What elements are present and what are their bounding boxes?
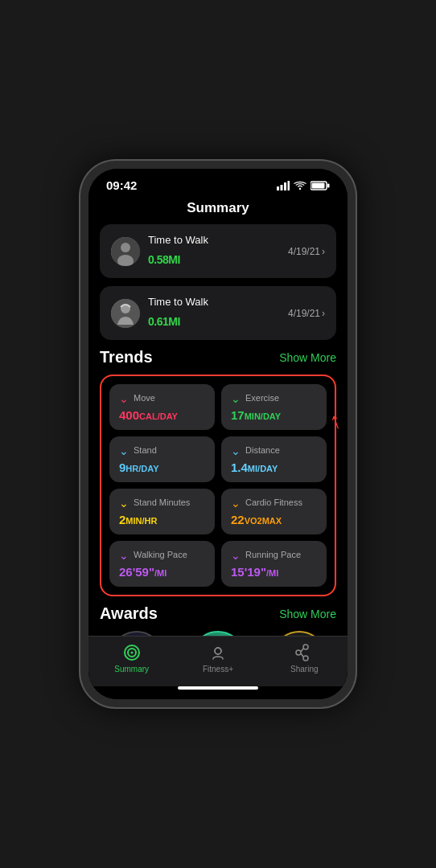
svg-point-33 xyxy=(130,652,133,654)
card-info-1: Time to Walk 0.58MI xyxy=(148,234,280,268)
tab-summary-label: Summary xyxy=(114,665,149,674)
svg-point-4 xyxy=(299,187,301,189)
exercise-value: 17MIN/DAY xyxy=(231,408,317,422)
notch xyxy=(170,169,266,188)
card-title-2: Time to Walk xyxy=(148,296,280,308)
fitness-plus-tab-icon xyxy=(208,643,228,662)
time-to-walk-card-1[interactable]: Time to Walk 0.58MI 4/19/21 › xyxy=(100,224,336,278)
svg-rect-6 xyxy=(327,183,330,187)
trend-move[interactable]: ⌄ Move 400CAL/DAY xyxy=(109,384,215,430)
wifi-icon xyxy=(294,181,306,190)
walking-pace-label: Walking Pace xyxy=(134,550,187,559)
svg-line-37 xyxy=(301,653,303,657)
svg-rect-7 xyxy=(312,182,325,188)
sharing-tab-icon xyxy=(294,643,314,662)
awards-title: Awards xyxy=(100,604,158,623)
awards-section-header: Awards Show More xyxy=(100,604,336,623)
status-icons xyxy=(277,181,330,190)
trend-exercise[interactable]: ⌄ Exercise 17MIN/DAY xyxy=(221,384,327,430)
avatar-1 xyxy=(111,237,140,266)
card-info-2: Time to Walk 0.61MI xyxy=(148,296,280,330)
distance-label: Distance xyxy=(245,445,280,455)
trend-stand[interactable]: ⌄ Stand 9HR/DAY xyxy=(109,436,215,482)
move-arrow-icon: ⌄ xyxy=(119,392,129,405)
cardio-value: 22VO2MAX xyxy=(231,513,317,526)
card-value-2: 0.61MI xyxy=(148,309,280,330)
stand-minutes-label: Stand Minutes xyxy=(134,497,190,507)
exercise-label: Exercise xyxy=(245,393,279,403)
red-arrow-annotation: ↑ xyxy=(326,407,345,436)
cardio-arrow-icon: ⌄ xyxy=(231,497,241,510)
tab-fitness-plus[interactable]: Fitness+ xyxy=(175,643,261,674)
running-pace-label: Running Pace xyxy=(245,550,301,559)
stand-minutes-value: 2MIN/HR xyxy=(119,513,205,526)
tab-fitness-label: Fitness+ xyxy=(203,665,233,674)
awards-section: Awards Show More xyxy=(100,604,336,636)
distance-arrow-icon: ⌄ xyxy=(231,444,241,457)
battery-icon xyxy=(311,181,330,190)
svg-point-9 xyxy=(121,243,130,252)
tab-sharing-label: Sharing xyxy=(290,665,318,674)
card-title-1: Time to Walk xyxy=(148,234,280,246)
time-to-walk-card-2[interactable]: Time to Walk 0.61MI 4/19/21 › xyxy=(100,286,336,340)
trends-grid: ⌄ Move 400CAL/DAY ⌄ Exercise xyxy=(109,384,327,587)
svg-rect-0 xyxy=(277,186,279,190)
stand-minutes-arrow-icon: ⌄ xyxy=(119,497,129,510)
trend-stand-minutes[interactable]: ⌄ Stand Minutes 2MIN/HR xyxy=(109,489,215,534)
cardio-label: Cardio Fitness xyxy=(245,497,302,507)
trends-show-more[interactable]: Show More xyxy=(279,351,336,364)
tab-bar: Summary Fitness+ xyxy=(88,636,348,686)
trends-section-header: Trends Show More xyxy=(100,348,336,366)
scroll-content[interactable]: Time to Walk 0.58MI 4/19/21 › xyxy=(88,224,348,636)
distance-value: 1.4MI/DAY xyxy=(231,461,317,474)
tab-summary[interactable]: Summary xyxy=(88,643,175,674)
awards-show-more[interactable]: Show More xyxy=(279,608,336,620)
stand-label: Stand xyxy=(134,445,157,455)
page-title: Summary xyxy=(88,195,348,224)
trend-cardio[interactable]: ⌄ Cardio Fitness 22VO2MAX xyxy=(221,489,327,534)
screen: 09:42 xyxy=(88,169,348,699)
svg-point-35 xyxy=(215,648,221,654)
tab-sharing[interactable]: Sharing xyxy=(261,643,348,674)
running-pace-value: 15'19"/MI xyxy=(231,565,317,579)
trend-walking-pace[interactable]: ⌄ Walking Pace 26'59"/MI xyxy=(109,541,215,587)
move-value: 400CAL/DAY xyxy=(119,408,205,422)
trend-distance[interactable]: ⌄ Distance 1.4MI/DAY xyxy=(221,436,327,482)
trends-title: Trends xyxy=(100,348,153,366)
stand-value: 9HR/DAY xyxy=(119,461,205,474)
status-time: 09:42 xyxy=(106,178,137,192)
exercise-arrow-icon: ⌄ xyxy=(231,392,241,405)
phone-frame: 09:42 xyxy=(80,161,356,707)
svg-rect-2 xyxy=(284,182,286,190)
card-date-2: 4/19/21 › xyxy=(288,308,325,319)
svg-rect-1 xyxy=(281,185,283,190)
stand-arrow-icon: ⌄ xyxy=(119,444,129,457)
card-value-1: 0.58MI xyxy=(148,248,280,268)
awards-grid: 2021 International Dance Day Challenge xyxy=(100,631,336,636)
phone-screen: 09:42 xyxy=(88,169,348,699)
walking-pace-arrow-icon: ⌄ xyxy=(119,549,129,562)
svg-rect-3 xyxy=(288,181,290,190)
trends-container: ↑ ⌄ Move 400CAL/DAY xyxy=(100,375,336,596)
avatar-2 xyxy=(111,299,140,328)
home-indicator xyxy=(178,686,258,690)
card-date-1: 4/19/21 › xyxy=(288,246,325,257)
summary-tab-icon xyxy=(122,643,142,662)
running-pace-arrow-icon: ⌄ xyxy=(231,549,241,562)
walking-pace-value: 26'59"/MI xyxy=(119,565,205,579)
move-label: Move xyxy=(134,393,155,403)
trend-running-pace[interactable]: ⌄ Running Pace 15'19"/MI xyxy=(221,541,327,587)
signal-icon xyxy=(277,181,290,190)
svg-line-36 xyxy=(301,649,303,652)
